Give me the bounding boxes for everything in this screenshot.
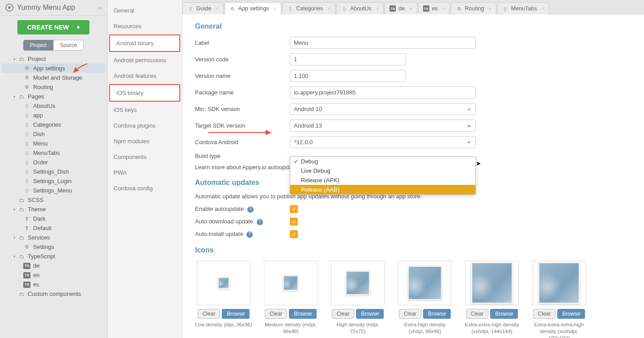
tree-node-ts[interactable]: TSes xyxy=(2,280,105,289)
settings-nav-item[interactable]: General xyxy=(107,3,182,18)
browse-icon-button[interactable]: Browse xyxy=(289,309,317,319)
cordova-android-select[interactable]: ^12.0.0 xyxy=(290,136,476,148)
tree-node-app-settings[interactable]: ⚙App settings xyxy=(2,64,105,73)
build-type-dropdown-open: DebugLive DebugRelease (APK)Release (AAB… xyxy=(290,156,476,195)
section-general-heading: General xyxy=(195,22,631,30)
tree-node-project[interactable]: ▾🗀Project xyxy=(2,54,105,64)
tab-source[interactable]: Source xyxy=(53,40,84,51)
settings-nav-item[interactable]: iOS binary xyxy=(109,84,180,102)
help-icon[interactable]: ? xyxy=(247,206,254,213)
icon-preview-image xyxy=(217,277,230,289)
help-icon[interactable]: ? xyxy=(246,231,253,238)
tree-node-page[interactable]: ▯AboutUs xyxy=(2,101,105,111)
page-icon: ▯ xyxy=(23,178,30,184)
editor-tab[interactable]: ▯MenuTabs× xyxy=(497,2,549,14)
browse-icon-button[interactable]: Browse xyxy=(222,309,250,319)
tree-node-services[interactable]: ▾🗀Services xyxy=(2,233,105,242)
tree-node-model-storage[interactable]: ⚙Model and Storage xyxy=(2,73,105,82)
icon-density-card: Clear Browse Medium density (mdpi, 48x48… xyxy=(262,261,319,338)
close-tab-icon[interactable]: × xyxy=(442,6,445,11)
clear-icon-button[interactable]: Clear xyxy=(198,309,220,319)
auto-download-checkbox[interactable]: ✓ xyxy=(290,218,298,226)
settings-nav-item[interactable]: Resources xyxy=(107,18,182,34)
clear-icon-button[interactable]: Clear xyxy=(533,309,556,319)
min-sdk-select[interactable]: Android 10 xyxy=(290,103,476,115)
version-code-input[interactable] xyxy=(290,53,406,65)
tree-node-theme-item[interactable]: TDefault xyxy=(2,223,105,233)
editor-tab[interactable]: ⚙App settings× xyxy=(225,2,281,14)
build-type-option[interactable]: Release (AAB) xyxy=(290,185,475,194)
tree-node-service[interactable]: ⚙Settings xyxy=(2,242,105,252)
version-name-input[interactable] xyxy=(290,70,406,82)
settings-nav-item[interactable]: Android permissions xyxy=(107,52,182,68)
tree-node-page[interactable]: ▯Settings_Menu xyxy=(2,186,105,195)
clear-icon-button[interactable]: Clear xyxy=(265,309,288,319)
tree-node-page[interactable]: ▯app xyxy=(2,111,105,120)
tree-node-page[interactable]: ▯Dish xyxy=(2,129,105,139)
icon-preview-image xyxy=(345,270,370,295)
label-input[interactable] xyxy=(290,37,476,49)
settings-nav-item[interactable]: Android features xyxy=(107,68,182,84)
close-tab-icon[interactable]: × xyxy=(542,6,544,11)
tree-node-pages[interactable]: ▾🗀Pages xyxy=(2,92,105,101)
enable-autoupdate-checkbox[interactable]: ✓ xyxy=(290,205,298,213)
collapse-sidebar-icon[interactable]: « xyxy=(98,4,102,11)
settings-nav-item[interactable]: Npm modules xyxy=(107,133,182,149)
package-name-input[interactable] xyxy=(290,86,476,98)
settings-nav-item[interactable]: Components xyxy=(107,149,182,165)
browse-icon-button[interactable]: Browse xyxy=(490,309,518,319)
close-tab-icon[interactable]: × xyxy=(488,6,491,11)
settings-nav-item[interactable]: iOS keys xyxy=(107,102,182,118)
tree-node-theme-item[interactable]: TDark xyxy=(2,214,105,223)
settings-nav-item[interactable]: Android binary xyxy=(109,34,180,52)
clear-icon-button[interactable]: Clear xyxy=(466,309,489,319)
editor-tab[interactable]: ▯Guide× xyxy=(182,2,224,14)
icon-preview-image xyxy=(538,262,580,304)
close-tab-icon[interactable]: × xyxy=(216,6,218,11)
close-tab-icon[interactable]: × xyxy=(274,6,276,11)
settings-nav-item[interactable]: Cordova plugins xyxy=(107,118,182,133)
tab-project[interactable]: Project xyxy=(23,40,53,51)
tree-node-theme[interactable]: ▾🗀Theme xyxy=(2,205,105,214)
create-new-button[interactable]: CREATE NEW ▾ xyxy=(17,20,89,34)
tree-node-page[interactable]: ▯MenuTabs xyxy=(2,148,105,158)
tree-node-page[interactable]: ▯Settings_Login xyxy=(2,176,105,186)
auto-install-checkbox[interactable]: ✓ xyxy=(290,230,298,238)
tree-node-scss[interactable]: 🗀SCSS xyxy=(2,195,105,205)
page-icon: ▯ xyxy=(23,159,30,166)
tree-node-ts[interactable]: TSen xyxy=(2,270,105,280)
clear-icon-button[interactable]: Clear xyxy=(399,309,422,319)
page-icon: ▯ xyxy=(23,103,30,109)
build-type-option[interactable]: Debug xyxy=(290,157,475,166)
tree-node-page[interactable]: ▯Categories xyxy=(2,120,105,129)
clear-icon-button[interactable]: Clear xyxy=(332,309,355,319)
editor-tab[interactable]: ▯Categories× xyxy=(282,2,335,14)
tree-node-custom-components[interactable]: 🗀Custom components xyxy=(2,289,105,299)
editor-tab[interactable]: TSes× xyxy=(418,2,450,14)
editor-tab[interactable]: ⚙Routing× xyxy=(451,2,496,14)
settings-nav-item[interactable]: PWA xyxy=(107,165,182,180)
settings-nav-item[interactable]: Cordova config xyxy=(107,180,182,196)
build-type-option[interactable]: Release (APK) xyxy=(290,175,475,185)
tree-node-ts[interactable]: TSde xyxy=(2,261,105,270)
target-sdk-select[interactable]: Android 13 xyxy=(290,120,476,132)
help-icon[interactable]: ? xyxy=(257,219,263,225)
page-icon: ▯ xyxy=(23,150,30,156)
build-type-option[interactable]: Live Debug xyxy=(290,166,475,175)
ts-icon: TS xyxy=(423,5,429,12)
close-tab-icon[interactable]: × xyxy=(376,6,379,11)
browse-icon-button[interactable]: Browse xyxy=(557,309,585,319)
tree-node-page[interactable]: ▯Order xyxy=(2,158,105,167)
tree-node-page[interactable]: ▯Menu xyxy=(2,139,105,148)
close-tab-icon[interactable]: × xyxy=(327,6,330,11)
editor-tab[interactable]: ▯AboutUs× xyxy=(336,2,384,14)
editor-tab[interactable]: TSde× xyxy=(385,2,417,14)
icon-preview-box xyxy=(532,261,586,305)
tree-node-page[interactable]: ▯Settings_Dish xyxy=(2,167,105,176)
close-tab-icon[interactable]: × xyxy=(409,6,412,11)
tree-node-typescript[interactable]: ▾🗀TypeScript xyxy=(2,252,105,261)
tree-node-routing[interactable]: ⚙Routing xyxy=(2,82,105,92)
icon-density-card: Clear Browse Extra-extra-high density (x… xyxy=(463,261,521,338)
browse-icon-button[interactable]: Browse xyxy=(356,309,384,319)
browse-icon-button[interactable]: Browse xyxy=(423,309,451,319)
